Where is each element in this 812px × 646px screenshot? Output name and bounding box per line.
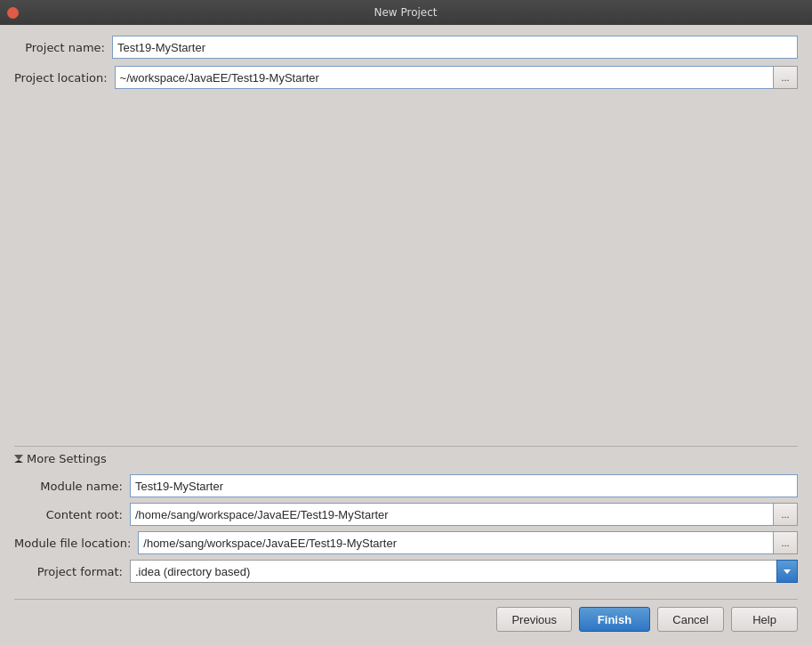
project-location-field: ...	[115, 66, 798, 89]
content-root-browse-button[interactable]: ...	[773, 503, 798, 526]
window-title: New Project	[24, 6, 787, 19]
more-settings-section: More Settings Module name: Content root:…	[14, 446, 798, 595]
content-root-field: ...	[130, 503, 798, 526]
project-location-row: Project location: ...	[14, 66, 798, 89]
project-location-label: Project location:	[14, 71, 115, 85]
module-name-input[interactable]	[130, 474, 798, 497]
module-file-location-label: Module file location:	[14, 537, 138, 550]
dialog-body: Project name: Project location: ... More…	[0, 25, 812, 646]
previous-button[interactable]: Previous	[496, 607, 572, 632]
more-settings-content: Module name: Content root: ... Module fi…	[14, 471, 798, 595]
project-name-row: Project name:	[14, 36, 798, 59]
project-format-label: Project format:	[14, 565, 130, 578]
module-name-label: Module name:	[14, 480, 130, 493]
project-location-browse-button[interactable]: ...	[773, 66, 798, 89]
collapse-icon	[14, 455, 23, 463]
project-format-row: Project format: .idea (directory based) …	[14, 560, 798, 583]
content-root-input[interactable]	[130, 503, 773, 526]
cancel-button[interactable]: Cancel	[657, 607, 724, 632]
window-controls	[7, 7, 19, 19]
content-root-row: Content root: ...	[14, 503, 798, 526]
module-file-location-row: Module file location: ...	[14, 531, 798, 554]
module-file-location-field: ...	[138, 531, 798, 554]
module-file-location-input[interactable]	[138, 531, 773, 554]
help-button[interactable]: Help	[731, 607, 798, 632]
project-name-input[interactable]	[112, 36, 798, 59]
more-settings-toggle[interactable]: More Settings	[14, 447, 798, 471]
project-format-select[interactable]: .idea (directory based) .ipr (file based…	[130, 560, 798, 583]
content-root-label: Content root:	[14, 508, 130, 521]
button-bar: Previous Finish Cancel Help	[14, 599, 798, 635]
more-settings-label: More Settings	[27, 452, 107, 465]
module-file-location-browse-button[interactable]: ...	[773, 531, 798, 554]
finish-button[interactable]: Finish	[579, 607, 650, 632]
close-button[interactable]	[7, 7, 19, 19]
module-name-row: Module name:	[14, 474, 798, 497]
content-spacer	[14, 96, 798, 442]
project-name-label: Project name:	[14, 41, 112, 54]
project-format-select-wrapper: .idea (directory based) .ipr (file based…	[130, 560, 798, 583]
project-location-input[interactable]	[115, 66, 773, 89]
title-bar: New Project	[0, 0, 812, 25]
